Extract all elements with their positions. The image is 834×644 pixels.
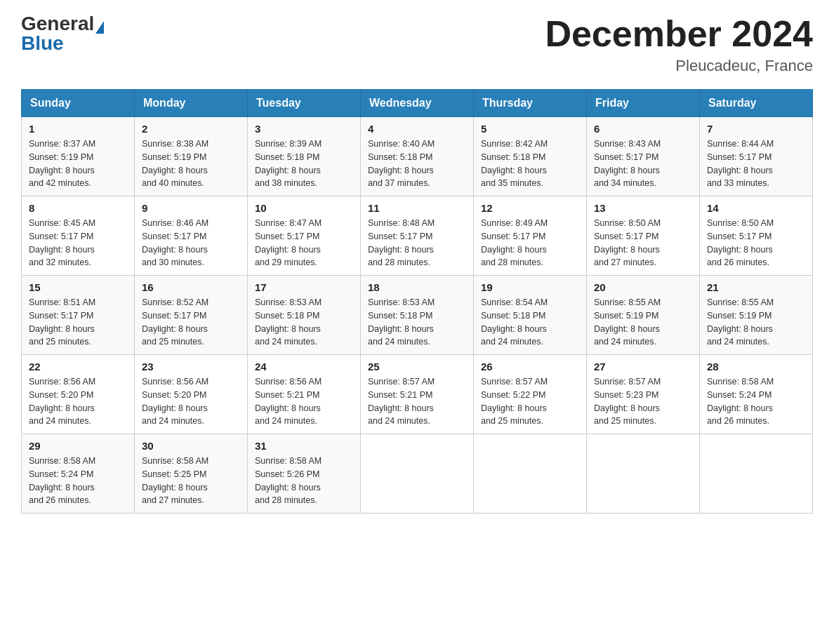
calendar-week-row: 8 Sunrise: 8:45 AM Sunset: 5:17 PM Dayli… — [22, 196, 813, 276]
day-info: Sunrise: 8:51 AM Sunset: 5:17 PM Dayligh… — [29, 296, 127, 349]
logo-general: General — [21, 14, 104, 34]
calendar-day-cell: 10 Sunrise: 8:47 AM Sunset: 5:17 PM Dayl… — [248, 196, 361, 276]
day-number: 3 — [255, 123, 353, 135]
calendar-day-cell: 25 Sunrise: 8:57 AM Sunset: 5:21 PM Dayl… — [361, 355, 474, 434]
month-year-title: December 2024 — [545, 14, 813, 54]
day-number: 2 — [142, 123, 240, 135]
calendar-day-cell: 15 Sunrise: 8:51 AM Sunset: 5:17 PM Dayl… — [22, 276, 135, 355]
page-header: General Blue December 2024 Pleucadeuc, F… — [21, 14, 813, 75]
calendar-day-cell: 28 Sunrise: 8:58 AM Sunset: 5:24 PM Dayl… — [700, 355, 813, 434]
calendar-day-cell: 23 Sunrise: 8:56 AM Sunset: 5:20 PM Dayl… — [135, 355, 248, 434]
calendar-day-cell — [474, 434, 587, 514]
day-info: Sunrise: 8:49 AM Sunset: 5:17 PM Dayligh… — [481, 217, 579, 269]
day-number: 19 — [481, 281, 579, 293]
day-number: 22 — [29, 361, 127, 373]
day-info: Sunrise: 8:44 AM Sunset: 5:17 PM Dayligh… — [707, 137, 805, 190]
calendar-week-row: 15 Sunrise: 8:51 AM Sunset: 5:17 PM Dayl… — [22, 276, 813, 355]
day-info: Sunrise: 8:58 AM Sunset: 5:24 PM Dayligh… — [29, 455, 127, 507]
col-sunday: Sunday — [22, 90, 135, 117]
calendar-table: Sunday Monday Tuesday Wednesday Thursday… — [21, 89, 813, 514]
day-number: 18 — [368, 281, 466, 293]
day-info: Sunrise: 8:53 AM Sunset: 5:18 PM Dayligh… — [255, 296, 353, 349]
day-info: Sunrise: 8:47 AM Sunset: 5:17 PM Dayligh… — [255, 217, 353, 269]
logo: General Blue — [21, 14, 104, 53]
calendar-day-cell: 21 Sunrise: 8:55 AM Sunset: 5:19 PM Dayl… — [700, 276, 813, 355]
day-number: 24 — [255, 361, 353, 373]
calendar-day-cell: 9 Sunrise: 8:46 AM Sunset: 5:17 PM Dayli… — [135, 196, 248, 276]
day-number: 8 — [29, 202, 127, 214]
day-number: 11 — [368, 202, 466, 214]
day-number: 4 — [368, 123, 466, 135]
calendar-day-cell: 8 Sunrise: 8:45 AM Sunset: 5:17 PM Dayli… — [22, 196, 135, 276]
day-info: Sunrise: 8:50 AM Sunset: 5:17 PM Dayligh… — [594, 217, 692, 269]
day-number: 1 — [29, 123, 127, 135]
calendar-day-cell: 11 Sunrise: 8:48 AM Sunset: 5:17 PM Dayl… — [361, 196, 474, 276]
calendar-day-cell: 19 Sunrise: 8:54 AM Sunset: 5:18 PM Dayl… — [474, 276, 587, 355]
day-info: Sunrise: 8:45 AM Sunset: 5:17 PM Dayligh… — [29, 217, 127, 269]
day-number: 27 — [594, 361, 692, 373]
day-info: Sunrise: 8:43 AM Sunset: 5:17 PM Dayligh… — [594, 137, 692, 190]
day-number: 7 — [707, 123, 805, 135]
calendar-day-cell: 7 Sunrise: 8:44 AM Sunset: 5:17 PM Dayli… — [700, 117, 813, 196]
day-number: 20 — [594, 281, 692, 293]
day-number: 6 — [594, 123, 692, 135]
day-info: Sunrise: 8:54 AM Sunset: 5:18 PM Dayligh… — [481, 296, 579, 349]
col-friday: Friday — [587, 90, 700, 117]
col-thursday: Thursday — [474, 90, 587, 117]
day-info: Sunrise: 8:57 AM Sunset: 5:22 PM Dayligh… — [481, 375, 579, 428]
calendar-day-cell: 30 Sunrise: 8:58 AM Sunset: 5:25 PM Dayl… — [135, 434, 248, 514]
calendar-day-cell: 1 Sunrise: 8:37 AM Sunset: 5:19 PM Dayli… — [22, 117, 135, 196]
logo-general-text: General — [21, 13, 94, 34]
day-info: Sunrise: 8:50 AM Sunset: 5:17 PM Dayligh… — [707, 217, 805, 269]
day-info: Sunrise: 8:58 AM Sunset: 5:24 PM Dayligh… — [707, 375, 805, 428]
day-info: Sunrise: 8:58 AM Sunset: 5:25 PM Dayligh… — [142, 455, 240, 507]
calendar-week-row: 29 Sunrise: 8:58 AM Sunset: 5:24 PM Dayl… — [22, 434, 813, 514]
calendar-day-cell: 5 Sunrise: 8:42 AM Sunset: 5:18 PM Dayli… — [474, 117, 587, 196]
calendar-day-cell: 31 Sunrise: 8:58 AM Sunset: 5:26 PM Dayl… — [248, 434, 361, 514]
day-number: 30 — [142, 440, 240, 452]
calendar-day-cell: 17 Sunrise: 8:53 AM Sunset: 5:18 PM Dayl… — [248, 276, 361, 355]
day-info: Sunrise: 8:48 AM Sunset: 5:17 PM Dayligh… — [368, 217, 466, 269]
day-info: Sunrise: 8:57 AM Sunset: 5:23 PM Dayligh… — [594, 375, 692, 428]
calendar-day-cell: 22 Sunrise: 8:56 AM Sunset: 5:20 PM Dayl… — [22, 355, 135, 434]
day-info: Sunrise: 8:56 AM Sunset: 5:21 PM Dayligh… — [255, 375, 353, 428]
day-info: Sunrise: 8:46 AM Sunset: 5:17 PM Dayligh… — [142, 217, 240, 269]
col-wednesday: Wednesday — [361, 90, 474, 117]
calendar-header-row: Sunday Monday Tuesday Wednesday Thursday… — [22, 90, 813, 117]
day-number: 15 — [29, 281, 127, 293]
calendar-day-cell: 2 Sunrise: 8:38 AM Sunset: 5:19 PM Dayli… — [135, 117, 248, 196]
calendar-day-cell: 26 Sunrise: 8:57 AM Sunset: 5:22 PM Dayl… — [474, 355, 587, 434]
day-number: 23 — [142, 361, 240, 373]
col-saturday: Saturday — [700, 90, 813, 117]
calendar-day-cell: 4 Sunrise: 8:40 AM Sunset: 5:18 PM Dayli… — [361, 117, 474, 196]
day-info: Sunrise: 8:55 AM Sunset: 5:19 PM Dayligh… — [594, 296, 692, 349]
day-info: Sunrise: 8:56 AM Sunset: 5:20 PM Dayligh… — [142, 375, 240, 428]
day-number: 25 — [368, 361, 466, 373]
day-number: 21 — [707, 281, 805, 293]
day-info: Sunrise: 8:42 AM Sunset: 5:18 PM Dayligh… — [481, 137, 579, 190]
location-subtitle: Pleucadeuc, France — [545, 57, 813, 75]
logo-blue-text: Blue — [21, 34, 64, 53]
day-number: 9 — [142, 202, 240, 214]
calendar-day-cell — [587, 434, 700, 514]
day-info: Sunrise: 8:38 AM Sunset: 5:19 PM Dayligh… — [142, 137, 240, 190]
day-info: Sunrise: 8:40 AM Sunset: 5:18 PM Dayligh… — [368, 137, 466, 190]
calendar-day-cell: 16 Sunrise: 8:52 AM Sunset: 5:17 PM Dayl… — [135, 276, 248, 355]
day-number: 5 — [481, 123, 579, 135]
logo-triangle-icon — [95, 21, 104, 34]
calendar-day-cell: 13 Sunrise: 8:50 AM Sunset: 5:17 PM Dayl… — [587, 196, 700, 276]
calendar-day-cell: 20 Sunrise: 8:55 AM Sunset: 5:19 PM Dayl… — [587, 276, 700, 355]
day-number: 26 — [481, 361, 579, 373]
title-section: December 2024 Pleucadeuc, France — [545, 14, 813, 75]
calendar-week-row: 1 Sunrise: 8:37 AM Sunset: 5:19 PM Dayli… — [22, 117, 813, 196]
calendar-day-cell: 27 Sunrise: 8:57 AM Sunset: 5:23 PM Dayl… — [587, 355, 700, 434]
day-number: 16 — [142, 281, 240, 293]
calendar-day-cell: 6 Sunrise: 8:43 AM Sunset: 5:17 PM Dayli… — [587, 117, 700, 196]
day-info: Sunrise: 8:56 AM Sunset: 5:20 PM Dayligh… — [29, 375, 127, 428]
day-number: 31 — [255, 440, 353, 452]
calendar-day-cell: 12 Sunrise: 8:49 AM Sunset: 5:17 PM Dayl… — [474, 196, 587, 276]
day-number: 10 — [255, 202, 353, 214]
day-number: 29 — [29, 440, 127, 452]
day-number: 17 — [255, 281, 353, 293]
calendar-day-cell: 29 Sunrise: 8:58 AM Sunset: 5:24 PM Dayl… — [22, 434, 135, 514]
